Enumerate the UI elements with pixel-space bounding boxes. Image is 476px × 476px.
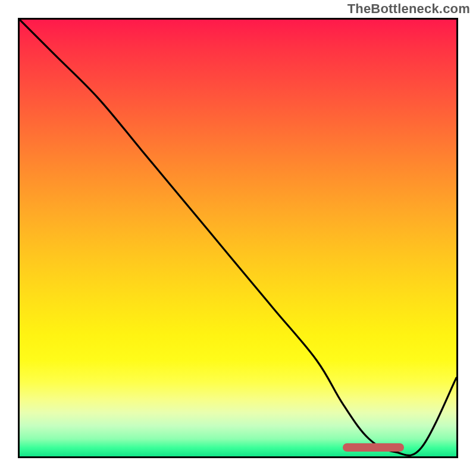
highlight-bar [343,443,404,452]
plot-area [18,18,458,458]
curve-path [20,20,456,456]
watermark-text: TheBottleneck.com [347,1,470,17]
chart-container: TheBottleneck.com [0,0,476,476]
curve-svg [20,20,456,456]
